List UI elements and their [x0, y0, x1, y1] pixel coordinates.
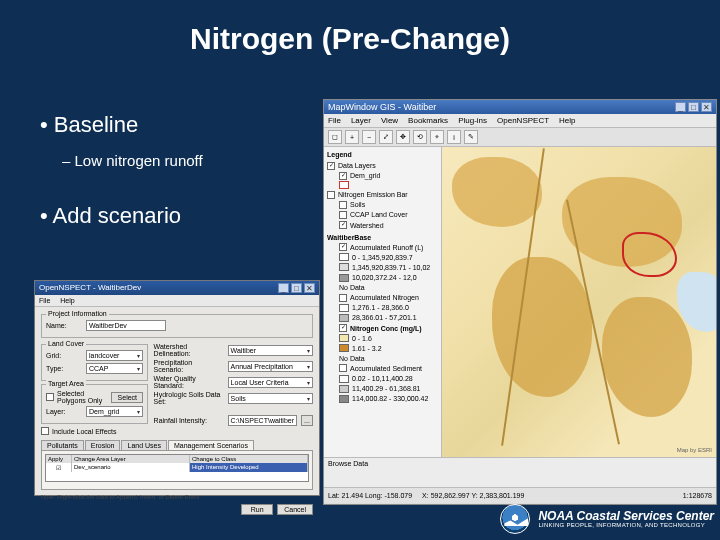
- dialog-maximize-button[interactable]: □: [291, 283, 302, 293]
- rd-browse-button[interactable]: ...: [301, 415, 313, 426]
- layer-check-icon[interactable]: [327, 191, 335, 199]
- layer-check-icon[interactable]: ✓: [339, 243, 347, 251]
- dialog-titlebar[interactable]: OpenNSPECT - WaitiberDev _ □ ✕: [35, 281, 319, 295]
- legend-sed-head: Accumulated Sediment: [350, 364, 422, 373]
- legend-runoff-v3: 10,020,372.24 - 12,0: [352, 273, 417, 282]
- tool-identify-icon[interactable]: i: [447, 130, 461, 144]
- swatch-icon: [339, 385, 349, 393]
- bullet-list: Baseline Low nitrogen runoff Add scenari…: [40, 112, 203, 229]
- browse-pane: Browse Data: [324, 457, 716, 487]
- layer-check-icon[interactable]: ✓: [339, 324, 347, 332]
- slide-title: Nitrogen (Pre-Change): [0, 0, 720, 64]
- swatch-icon: [339, 253, 349, 261]
- close-button[interactable]: ✕: [701, 102, 712, 112]
- dialog-menu-help[interactable]: Help: [60, 297, 74, 304]
- layer-check-icon[interactable]: [339, 364, 347, 372]
- local-effects-checkbox[interactable]: [41, 427, 49, 435]
- footer-tagline: LINKING PEOPLE, INFORMATION, AND TECHNOL…: [538, 522, 714, 528]
- type-dropdown[interactable]: CCAP: [86, 363, 143, 374]
- selected-polygons-checkbox[interactable]: [46, 393, 54, 401]
- layer-dropdown[interactable]: Dem_grid: [86, 406, 143, 417]
- swatch-icon: [339, 314, 349, 322]
- tab-erosion[interactable]: Erosion: [85, 440, 121, 450]
- layer-check-icon[interactable]: [339, 201, 347, 209]
- layer-check-icon[interactable]: ✓: [339, 221, 347, 229]
- menu-layer[interactable]: Layer: [351, 116, 371, 125]
- wd-dropdown[interactable]: Waitiber: [228, 345, 313, 356]
- grid-cell-apply[interactable]: ☑: [46, 463, 72, 472]
- select-button[interactable]: Select: [111, 392, 143, 403]
- tool-prev-icon[interactable]: ⟲: [413, 130, 427, 144]
- map-canvas[interactable]: Map by ESRI: [442, 147, 716, 457]
- ps-dropdown[interactable]: Annual Precipitation: [228, 361, 313, 372]
- legend-nspect: Nitrogen Emission Bar: [338, 190, 408, 199]
- layer-check-icon[interactable]: ✓: [339, 172, 347, 180]
- grid-label: Grid:: [46, 352, 82, 359]
- tab-management-scenarios[interactable]: Management Scenarios: [168, 440, 254, 450]
- tool-extent-icon[interactable]: ⤢: [379, 130, 393, 144]
- tab-strip: Pollutants Erosion Land Uses Management …: [41, 440, 313, 450]
- layer-check-icon[interactable]: ✓: [327, 162, 335, 170]
- layer-check-icon[interactable]: [339, 211, 347, 219]
- grid-cell-layer[interactable]: Dev_scenario: [72, 463, 190, 472]
- run-button[interactable]: Run: [241, 504, 273, 515]
- status-xy: X: 592,862.997 Y: 2,383,801.199: [422, 492, 524, 499]
- legend-nc-v1: 0 - 1.6: [352, 334, 372, 343]
- layer-check-icon[interactable]: [339, 294, 347, 302]
- selected-polygons-label: Selected Polygons Only: [57, 390, 108, 404]
- scenario-grid[interactable]: Apply Change Area Layer Change to Class …: [45, 454, 309, 482]
- legend-panel: Legend ✓Data Layers ✓Dem_grid Nitrogen E…: [324, 147, 442, 457]
- menu-view[interactable]: View: [381, 116, 398, 125]
- maximize-button[interactable]: □: [688, 102, 699, 112]
- dialog-minimize-button[interactable]: _: [278, 283, 289, 293]
- cancel-button[interactable]: Cancel: [277, 504, 313, 515]
- legend-nodata: No Data: [339, 283, 365, 292]
- map-titlebar[interactable]: MapWindow GIS - Waitiber _ □ ✕: [324, 100, 716, 114]
- map-toolbar: ◻ + − ⤢ ✥ ⟲ ⌖ i ✎: [324, 128, 716, 147]
- name-input[interactable]: WaitiberDev: [86, 320, 166, 331]
- swatch-icon: [339, 334, 349, 342]
- grid-cell-class[interactable]: High Intensity Developed: [190, 463, 308, 472]
- swatch-icon: [339, 344, 349, 352]
- menu-plugins[interactable]: Plug-ins: [458, 116, 487, 125]
- map-window: MapWindow GIS - Waitiber _ □ ✕ File Laye…: [324, 100, 716, 504]
- dialog-close-button[interactable]: ✕: [304, 283, 315, 293]
- tab-pollutants[interactable]: Pollutants: [41, 440, 84, 450]
- tool-target-icon[interactable]: ⌖: [430, 130, 444, 144]
- status-scale: 1:128678: [683, 492, 712, 499]
- tool-zoomout-icon[interactable]: −: [362, 130, 376, 144]
- menu-help[interactable]: Help: [559, 116, 575, 125]
- minimize-button[interactable]: _: [675, 102, 686, 112]
- tool-zoomin-icon[interactable]: +: [345, 130, 359, 144]
- dialog-note: Note: Right-click the data to Append, In…: [35, 494, 319, 500]
- tool-pan-icon[interactable]: ✥: [396, 130, 410, 144]
- tool-edit-icon[interactable]: ✎: [464, 130, 478, 144]
- legend-ccap: CCAP Land Cover: [350, 210, 407, 219]
- swatch-icon: [339, 395, 349, 403]
- legend-sed-v3: 114,000.82 - 330,000.42: [352, 394, 428, 403]
- dialog-menu-file[interactable]: File: [39, 297, 50, 304]
- wd-label: Watershed Delineation:: [154, 343, 224, 357]
- hs-dropdown[interactable]: Soils: [228, 393, 313, 404]
- tool-new-icon[interactable]: ◻: [328, 130, 342, 144]
- legend-runoff: Accumulated Runoff (L): [350, 243, 423, 252]
- nspect-dialog: OpenNSPECT - WaitiberDev _ □ ✕ File Help…: [34, 280, 320, 496]
- rd-input[interactable]: C:\NSPECT\waitiber: [228, 415, 297, 426]
- legend-ws-name: WaitiberBase: [327, 233, 438, 242]
- menu-opennspect[interactable]: OpenNSPECT: [497, 116, 549, 125]
- menu-bookmarks[interactable]: Bookmarks: [408, 116, 448, 125]
- tab-land-uses[interactable]: Land Uses: [121, 440, 166, 450]
- swatch-icon: [339, 263, 349, 271]
- legend-watershed: Watershed: [350, 221, 384, 230]
- noaa-logo-icon: [500, 504, 530, 534]
- legend-soils: Soils: [350, 200, 365, 209]
- legend-sed-v2: 11,400.29 - 61,368.81: [352, 384, 421, 393]
- menu-file[interactable]: File: [328, 116, 341, 125]
- layer-label: Layer:: [46, 408, 82, 415]
- grid-col-apply: Apply: [46, 455, 72, 463]
- name-label: Name:: [46, 322, 82, 329]
- wq-dropdown[interactable]: Local User Criteria: [228, 377, 313, 388]
- frame-title-landcover: Land Cover: [46, 340, 86, 347]
- grid-dropdown[interactable]: landcover: [86, 350, 143, 361]
- map-window-title: MapWindow GIS - Waitiber: [328, 102, 436, 112]
